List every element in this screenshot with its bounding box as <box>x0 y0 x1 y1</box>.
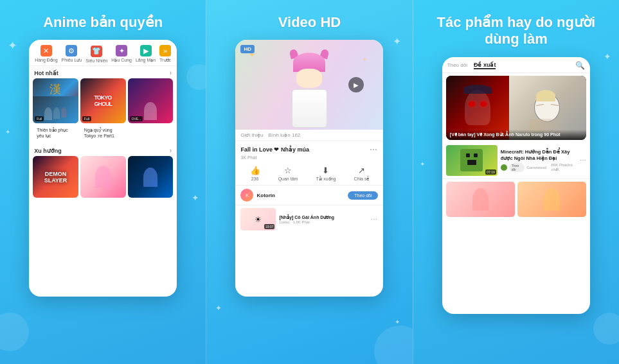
like-count: 236 <box>251 177 259 181</box>
anime-badge-2: Full <box>82 116 91 121</box>
related-meta: Lokko · 1.6K Phát <box>279 220 368 224</box>
tab-comments[interactable]: Bình luận 162 <box>268 132 300 138</box>
discover-tab-suggest[interactable]: Đề xuất <box>474 62 496 69</box>
sparkle-hero-2: ✦ <box>362 56 367 63</box>
anime-badge-1: Full <box>35 116 44 121</box>
trending-section-header: Xu hướng › <box>29 144 177 156</box>
nav-item-5[interactable]: ▶ Lãng Mạn <box>136 45 156 63</box>
video-phone-content: ✦ ✦ HD ▶ Giới thiệu Bình luận 162 Fall i… <box>235 40 383 297</box>
discover-tab-follow[interactable]: Theo dõi <box>447 62 467 68</box>
trending-grid: DEMONSLAYER <box>29 156 177 201</box>
cosplay-figure <box>287 53 332 130</box>
play-button[interactable]: ▶ <box>348 77 364 92</box>
mc-more-btn[interactable]: ⋯ <box>580 157 586 164</box>
anime-label-3 <box>128 126 174 141</box>
nav-icon-6: » <box>159 45 171 56</box>
bottom-thumb-1[interactable] <box>446 182 515 217</box>
mid-panel: ✦ ✦ ✦ Video HD <box>206 0 413 364</box>
anime-thumb-2[interactable]: TOKYOGHOUL Full <box>80 78 126 123</box>
download-icon: ⬇ <box>322 166 329 175</box>
video-title: Fall in Love ❤ Nhảy múa <box>240 146 309 153</box>
mc-duration: 07:19 <box>485 169 496 175</box>
nav-icons-row: ✕ Hàng Đồng ⚙ Phiêu Lưu 👕 Siêu Nhiên ✦ H… <box>33 45 173 63</box>
anime-grid: 漢 Full TOKYOGHOUL Full <box>29 78 177 126</box>
nav-icon-4: ✦ <box>116 45 127 56</box>
mc-thumb: MINECRAFT 07:19 <box>446 145 498 176</box>
action-follow[interactable]: ☆ Quan tâm <box>278 166 298 182</box>
nav-item-4[interactable]: ✦ Hậu Cung <box>111 45 132 63</box>
hot-section-label: Hot nhất <box>34 70 58 76</box>
related-thumb: ☀ 19:07 <box>240 208 276 230</box>
mc-channel-stats: 86K Phát/trò chơi <box>552 163 577 171</box>
bottom-row <box>442 179 590 314</box>
like-icon: 👍 <box>250 166 260 175</box>
more-dots[interactable]: ⋯ <box>370 145 378 154</box>
trending-thumb-2[interactable] <box>80 156 126 198</box>
nav-icon-5: ▶ <box>140 45 152 56</box>
nav-icon-3: 👕 <box>91 46 102 57</box>
action-like[interactable]: 👍 236 <box>250 166 260 182</box>
action-download[interactable]: ⬇ Tải xuống <box>316 166 336 182</box>
nav-item-6[interactable]: » Trước <box>159 45 171 63</box>
related-video-row[interactable]: ☀ 19:07 [Nhảy] Cô Gái Ánh Dương Lokko · … <box>235 205 383 233</box>
right-phone: Theo dõi Đề xuất 🔍 <box>442 57 590 314</box>
right-sparkle-2: ✦ <box>420 160 425 168</box>
trending-thumb-3[interactable] <box>128 156 174 198</box>
discover-tabs: Theo dõi Đề xuất 🔍 <box>442 57 590 73</box>
mc-channel-row: Theo dõi Gamewood · 86K Phát/trò chơi <box>501 163 577 172</box>
channel-left: K Kotorin <box>240 189 274 202</box>
related-channel: Lokko <box>279 220 289 224</box>
nav-item-3[interactable]: 👕 Siêu Nhiên <box>85 46 107 63</box>
mc-follow-badge[interactable]: Theo dõi <box>509 163 525 172</box>
hd-badge: HD <box>240 45 255 53</box>
anime-thumb-3[interactable]: OVE... <box>128 78 174 123</box>
featured-video-title: [Vẽ bàn tay] Vẽ Xong Bức Ảnh Naruto tron… <box>446 130 586 140</box>
nav-item-1[interactable]: ✕ Hàng Đồng <box>35 45 58 63</box>
channel-row: K Kotorin Theo dõi <box>235 186 383 205</box>
related-title: [Nhảy] Cô Gái Ánh Dương <box>279 214 368 220</box>
nav-item-2[interactable]: ⚙ Phiêu Lưu <box>62 45 82 63</box>
tab-intro[interactable]: Giới thiệu <box>240 132 263 138</box>
nav-label-6: Trước <box>159 58 171 63</box>
share-icon: ↗ <box>358 166 365 175</box>
nav-label-4: Hậu Cung <box>111 58 132 63</box>
bottom-thumb-2[interactable] <box>517 182 586 217</box>
hot-section-arrow[interactable]: › <box>170 69 172 76</box>
mc-info: Minecraft: Hướng Dẫn Để Xây được Ngôi Nh… <box>501 149 577 172</box>
share-label: Chia sẻ <box>354 177 370 182</box>
related-info: [Nhảy] Cô Gái Ánh Dương Lokko · 1.6K Phá… <box>279 214 368 224</box>
video-plays: 3K Phát <box>235 155 383 162</box>
hot-section-header: Hot nhất › <box>29 66 177 78</box>
mid-sparkle-1: ✦ <box>393 35 401 48</box>
related-duration: 19:07 <box>264 224 275 229</box>
sparkle-3: ✦ <box>192 193 199 203</box>
right-panel: ✦ ✦ Tác phẩm hay do người dùng làm Theo … <box>413 0 619 364</box>
nav-label-2: Phiêu Lưu <box>62 58 82 63</box>
search-icon[interactable]: 🔍 <box>575 61 585 70</box>
right-phone-content: Theo dõi Đề xuất 🔍 <box>442 57 590 314</box>
left-phone: ✕ Hàng Đồng ⚙ Phiêu Lưu 👕 Siêu Nhiên ✦ H… <box>29 40 177 297</box>
video-hero[interactable]: ✦ ✦ HD ▶ <box>235 40 383 130</box>
mc-channel-avatar <box>501 164 507 171</box>
right-deco-circle <box>593 313 619 345</box>
minecraft-row[interactable]: MINECRAFT 07:19 Minecraft: Hướng Dẫn Để … <box>442 143 590 179</box>
related-more[interactable]: ⋯ <box>371 216 378 223</box>
mid-deco-circle <box>374 325 413 364</box>
trending-arrow[interactable]: › <box>170 147 172 154</box>
sparkle-2: ✦ <box>5 128 10 135</box>
left-panel: ✦ ✦ ✦ Anime bản quyền ✕ Hàng Đồng ⚙ Phiê… <box>0 0 206 364</box>
follow-button[interactable]: Theo dõi <box>348 191 378 200</box>
anime-nav: ✕ Hàng Đồng ⚙ Phiêu Lưu 👕 Siêu Nhiên ✦ H… <box>29 40 177 66</box>
anime-thumb-1[interactable]: 漢 Full <box>33 78 78 123</box>
action-share[interactable]: ↗ Chia sẻ <box>354 166 370 182</box>
featured-video-card[interactable]: [Vẽ bàn tay] Vẽ Xong Bức Ảnh Naruto tron… <box>446 76 586 140</box>
anime-label-1: Thiên bảo phục yêu lục <box>33 126 78 141</box>
sparkle-1: ✦ <box>8 39 17 53</box>
nav-label-1: Hàng Đồng <box>35 58 58 63</box>
mid-sparkle-2: ✦ <box>215 304 222 313</box>
deco-circle-1 <box>0 313 29 351</box>
left-panel-title: Anime bản quyền <box>43 14 163 31</box>
trending-thumb-1[interactable]: DEMONSLAYER <box>33 156 78 198</box>
mc-channel-sub: · <box>548 166 550 169</box>
anime-badge-3: OVE... <box>130 116 143 121</box>
